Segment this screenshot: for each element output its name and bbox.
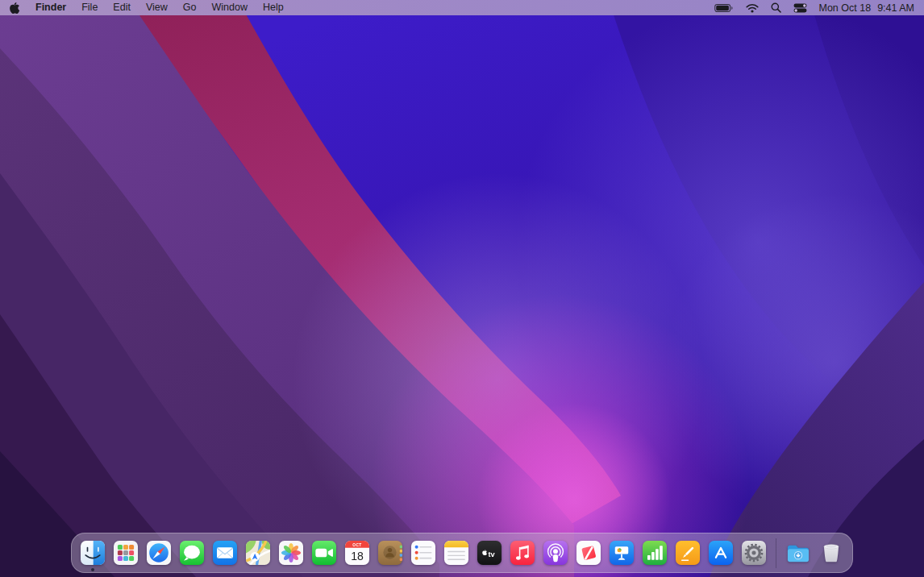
battery-status[interactable] xyxy=(714,3,734,13)
clock-date: Mon Oct 18 xyxy=(819,2,872,14)
downloads-folder-icon xyxy=(785,540,811,566)
calendar-icon: OCT 18 xyxy=(344,540,370,566)
reminders-icon xyxy=(410,540,436,566)
finder-icon xyxy=(80,540,106,566)
mail-icon xyxy=(212,540,238,566)
numbers-icon xyxy=(642,540,668,566)
desktop-wallpaper xyxy=(0,0,924,577)
menu-bar: Finder File Edit View Go Window Help xyxy=(0,0,924,15)
menu-bar-status-area: Mon Oct 18 9:41 AM xyxy=(714,2,915,14)
monterey-wallpaper-image xyxy=(0,0,924,577)
running-indicator xyxy=(91,568,94,571)
dock-separator xyxy=(776,538,776,568)
facetime-icon xyxy=(311,540,337,566)
dock-item-news[interactable] xyxy=(576,540,601,566)
calendar-month-label: OCT xyxy=(352,543,361,547)
battery-icon xyxy=(714,3,734,13)
dock-item-facetime[interactable] xyxy=(311,540,337,566)
dock-item-launchpad[interactable] xyxy=(113,540,139,566)
control-center[interactable] xyxy=(793,3,807,13)
dock-item-finder[interactable] xyxy=(80,540,106,566)
dock-item-reminders[interactable] xyxy=(410,540,436,566)
apple-tv-icon: tv xyxy=(477,540,502,566)
menu-item-go[interactable]: Go xyxy=(183,0,197,15)
music-icon xyxy=(510,540,535,566)
dock-item-contacts[interactable] xyxy=(377,540,403,566)
launchpad-icon xyxy=(113,540,139,566)
keynote-icon xyxy=(609,540,635,566)
dock-item-safari[interactable] xyxy=(146,540,172,566)
desktop[interactable]: Finder File Edit View Go Window Help xyxy=(0,0,924,577)
dock-item-app-store[interactable] xyxy=(708,540,734,566)
dock-item-tv[interactable]: tv xyxy=(477,540,502,566)
maps-icon xyxy=(245,540,271,566)
tv-logo-text: tv xyxy=(489,550,496,558)
dock-item-system-preferences[interactable] xyxy=(741,540,767,566)
menu-item-window[interactable]: Window xyxy=(211,0,247,15)
apple-menu[interactable] xyxy=(10,2,20,15)
news-icon xyxy=(576,540,601,566)
menu-item-finder[interactable]: Finder xyxy=(35,0,66,15)
menu-bar-left: Finder File Edit View Go Window Help xyxy=(10,0,284,15)
dock-item-notes[interactable] xyxy=(443,540,469,566)
dock-item-downloads[interactable] xyxy=(785,540,811,566)
calendar-day-label: 18 xyxy=(351,550,364,562)
menu-item-file[interactable]: File xyxy=(81,0,98,15)
menu-item-view[interactable]: View xyxy=(146,0,168,15)
system-preferences-icon xyxy=(741,540,767,566)
dock-item-keynote[interactable] xyxy=(609,540,635,566)
apple-icon xyxy=(10,2,20,15)
dock-item-mail[interactable] xyxy=(212,540,238,566)
trash-icon xyxy=(818,540,844,566)
safari-icon xyxy=(146,540,172,566)
dock-item-messages[interactable] xyxy=(179,540,205,566)
wifi-status[interactable] xyxy=(746,3,759,13)
messages-icon xyxy=(179,540,205,566)
dock-item-trash[interactable] xyxy=(818,540,844,566)
dock-item-maps[interactable] xyxy=(245,540,271,566)
podcasts-icon xyxy=(543,540,568,566)
dock-item-podcasts[interactable] xyxy=(543,540,568,566)
photos-icon xyxy=(278,540,304,566)
clock-time: 9:41 AM xyxy=(877,2,914,14)
dock-item-pages[interactable] xyxy=(675,540,701,566)
dock-item-numbers[interactable] xyxy=(642,540,668,566)
app-store-icon xyxy=(708,540,734,566)
pages-icon xyxy=(675,540,701,566)
dock: OCT 18 xyxy=(71,533,853,573)
spotlight-search[interactable] xyxy=(771,2,781,13)
control-center-icon xyxy=(793,3,807,13)
menu-item-edit[interactable]: Edit xyxy=(113,0,131,15)
menu-clock[interactable]: Mon Oct 18 9:41 AM xyxy=(819,2,915,14)
wifi-icon xyxy=(746,3,759,13)
dock-item-calendar[interactable]: OCT 18 xyxy=(344,540,370,566)
notes-icon xyxy=(443,540,469,566)
spotlight-search-icon xyxy=(771,2,781,13)
dock-item-music[interactable] xyxy=(510,540,535,566)
dock-item-photos[interactable] xyxy=(278,540,304,566)
contacts-icon xyxy=(377,540,403,566)
menu-item-help[interactable]: Help xyxy=(263,0,284,15)
